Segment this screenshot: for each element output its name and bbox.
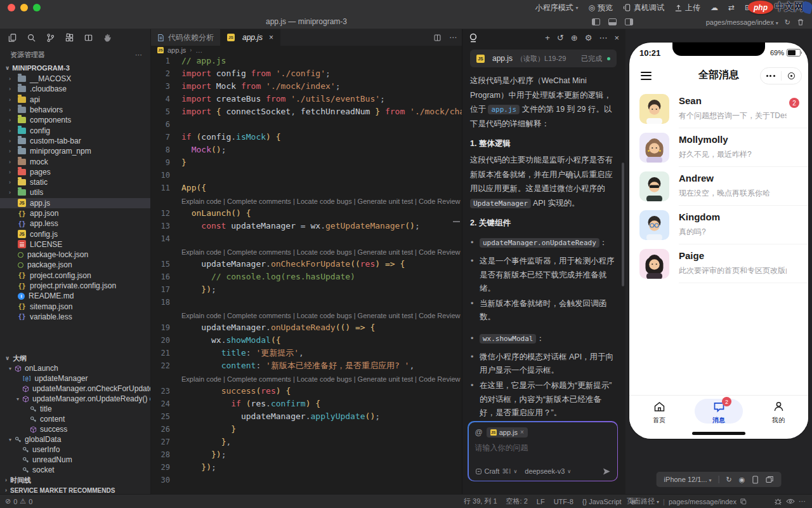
explorer-icon[interactable] — [8, 33, 17, 43]
send-icon[interactable] — [602, 467, 611, 476]
codelens-actions[interactable]: Explain code | Complete comments | Locat… — [151, 372, 462, 385]
tree-folder-custom-tab-bar[interactable]: ›custom-tab-bar — [0, 136, 150, 146]
capsule-exit-button[interactable] — [782, 72, 802, 79]
cursor-position[interactable]: 行 39, 列 1 — [464, 497, 497, 506]
tab-消息[interactable]: 消息2 — [689, 396, 749, 427]
close-window-button[interactable] — [8, 4, 15, 11]
breadcrumb[interactable]: JS app.js › … — [151, 46, 462, 55]
device-frame-button[interactable] — [752, 476, 758, 484]
tree-folder-config[interactable]: ›config — [0, 125, 150, 135]
tree-folder-components[interactable]: ›components — [0, 115, 150, 125]
history-icon[interactable]: ↺ — [557, 34, 564, 42]
tree-folder-.cloudbase[interactable]: ›.cloudbase — [0, 84, 150, 94]
copy-icon[interactable] — [740, 498, 747, 505]
minimize-window-button[interactable] — [20, 4, 28, 11]
extensions-icon[interactable] — [65, 33, 74, 43]
tree-file-LICENSE[interactable]: LICENSE — [0, 239, 150, 250]
tab-首页[interactable]: 首页 — [629, 396, 689, 427]
model-select[interactable]: deepseek-v3 ∨ — [525, 467, 571, 475]
outline-item-title[interactable]: title — [0, 404, 150, 414]
maximize-window-button[interactable] — [33, 4, 41, 11]
message-item-Mollymolly[interactable]: Mollymolly好久不见，最近咋样? — [629, 128, 808, 167]
device-select[interactable]: iPhone 12/1... ▾ — [664, 476, 712, 483]
language-mode[interactable]: {} JavaScript — [582, 498, 622, 505]
outline-item-userInfo[interactable]: userInfo — [0, 444, 150, 455]
upload-button[interactable]: 上传 — [674, 3, 700, 13]
remove-context-icon[interactable]: × — [520, 429, 524, 436]
tree-file-app.js[interactable]: JSapp.js — [0, 198, 150, 208]
page-path-value[interactable]: pages/message/index — [669, 498, 737, 505]
outline-item-updateManager[interactable]: [@]updateManager — [0, 373, 150, 384]
tab-我的[interactable]: 我的 — [749, 396, 808, 427]
page-path-select[interactable]: pages/message/index ▾ — [706, 18, 778, 26]
new-chat-icon[interactable]: + — [545, 34, 550, 42]
editor-layout-icon[interactable] — [84, 33, 93, 43]
tree-folder-mock[interactable]: ›mock — [0, 156, 150, 166]
outline-item-success[interactable]: success — [0, 424, 150, 434]
codelens-actions[interactable]: Explain code | Complete comments | Locat… — [151, 309, 462, 321]
eye-icon[interactable] — [786, 498, 795, 505]
timeline-header[interactable]: › 时间线 — [0, 475, 150, 485]
encoding[interactable]: UTF-8 — [554, 498, 573, 505]
status-more-icon[interactable]: ⋯ — [799, 497, 806, 505]
outline-item-onLaunch[interactable]: ▾onLaunch — [0, 363, 150, 373]
page-path-label[interactable]: 页面路径 ▾ — [627, 497, 659, 506]
problems-status[interactable]: ⊘ 0 ⚠ 0 — [5, 495, 32, 508]
message-item-Sean[interactable]: Sean有个问题想咨询一下，关于TDesign组件…2 — [629, 90, 808, 128]
multi-window-button[interactable] — [765, 476, 773, 483]
codelens-actions[interactable]: Explain code | Complete comments | Locat… — [151, 245, 462, 258]
message-item-Andrew[interactable]: Andrew现在没空，晚点再联系你哈 — [629, 167, 808, 206]
outline-item-updateManager-onCheckForUpdate-call-[interactable]: updateManager.onCheckForUpdate() call... — [0, 384, 150, 394]
tree-folder-behaviors[interactable]: ›behaviors — [0, 105, 150, 115]
hand-tool-icon[interactable] — [103, 33, 112, 43]
tree-file-config.js[interactable]: JSconfig.js — [0, 229, 150, 239]
more-icon[interactable]: ⋯ — [599, 34, 607, 42]
tree-file-package.json[interactable]: package.json — [0, 260, 150, 270]
tree-folder-static[interactable]: ›static — [0, 177, 150, 187]
panel-scrollbar[interactable] — [622, 163, 624, 286]
tree-file-app.less[interactable]: {}app.less — [0, 218, 150, 229]
indentation[interactable]: 空格: 2 — [506, 497, 528, 506]
message-item-Paige[interactable]: Paige此次要评审的首页和专区页改版的交互方案 — [629, 244, 808, 283]
outline-header[interactable]: ∨ 大纲 — [0, 353, 150, 363]
tree-file-sitemap.json[interactable]: {}sitemap.json — [0, 302, 150, 312]
context-card[interactable]: JS app.js （读取）L19-29 已完成 — [470, 50, 617, 67]
mention-icon[interactable]: @ — [475, 428, 483, 437]
tree-file-variable.less[interactable]: {}variable.less — [0, 312, 150, 322]
cloud-button[interactable]: ☁ — [710, 3, 718, 12]
source-control-icon[interactable] — [46, 33, 55, 43]
tree-file-project.config.json[interactable]: {}project.config.json — [0, 271, 150, 281]
refresh-button[interactable]: ↻ — [785, 18, 790, 27]
outline-item-content[interactable]: content — [0, 414, 150, 424]
codelens-actions[interactable]: Explain code | Complete comments | Locat… — [151, 194, 462, 207]
editor-more-icon[interactable]: ⋯ — [449, 33, 457, 42]
outline-item-socket[interactable]: socket — [0, 465, 150, 475]
tab-app-js[interactable]: JS app.js × — [221, 29, 280, 46]
vconsole-debug-icon[interactable] — [774, 498, 782, 505]
tree-folder-pages[interactable]: ›pages — [0, 167, 150, 177]
context-chip[interactable]: JS app.js × — [487, 427, 528, 438]
explorer-more-icon[interactable]: ⋯ — [135, 51, 143, 59]
clear-cache-button[interactable] — [797, 18, 804, 26]
toggle-panel-button[interactable] — [608, 18, 617, 25]
tree-file-package-lock.json[interactable]: package-lock.json — [0, 250, 150, 260]
tree-file-project.private.config.json[interactable]: {}project.private.config.json — [0, 281, 150, 291]
craft-mode-select[interactable]: Craft ⌘I ∨ — [475, 467, 518, 476]
project-root[interactable]: ∨ MINIPROGRAM-3 — [0, 62, 150, 74]
record-button[interactable]: ◉ — [739, 476, 745, 484]
switch-project-button[interactable]: ⇄ — [728, 3, 735, 12]
tree-folder-utils[interactable]: ›utils — [0, 187, 150, 197]
tree-folder-__MACOSX[interactable]: ›__MACOSX — [0, 74, 150, 84]
tree-folder-api[interactable]: ›api — [0, 95, 150, 105]
gear-icon[interactable]: ⚙ — [585, 34, 593, 42]
eol-sequence[interactable]: LF — [537, 498, 545, 505]
outline-item-unreadNum[interactable]: unreadNum — [0, 455, 150, 465]
code-area[interactable]: 1// app.js2import config from './config'… — [151, 55, 462, 486]
close-panel-icon[interactable]: × — [614, 34, 619, 42]
capsule-more-button[interactable] — [761, 75, 781, 77]
search-icon[interactable] — [27, 33, 36, 43]
close-tab-icon[interactable]: × — [269, 33, 273, 42]
rotate-refresh-button[interactable]: ↻ — [726, 476, 732, 484]
locate-icon[interactable]: ⊕ — [571, 34, 578, 42]
ai-input-inner[interactable]: @ JS app.js × 请输入你的问题 Craft ⌘I — [469, 422, 617, 481]
